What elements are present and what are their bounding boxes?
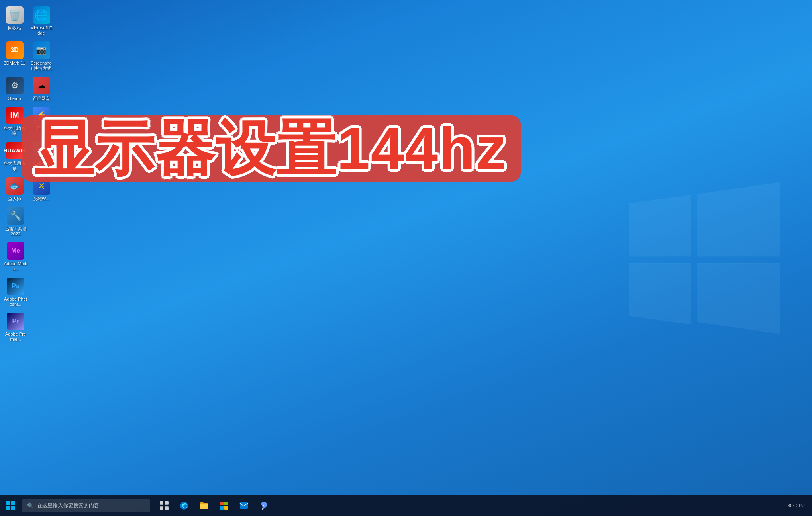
wow-label: 英雄W... (33, 196, 49, 201)
yudashi-icon: 🐟 (6, 177, 24, 195)
recycle-bin-label: 回收站 (8, 25, 21, 31)
icon-row-9: Pr Adobe Premie... (2, 310, 54, 344)
overlay-title-wrapper: 显示器设置144hz (22, 115, 521, 182)
icon-row-8: Ps Adobe Photoshi... (2, 275, 54, 309)
adobe-me-icon: Me (7, 242, 24, 260)
svg-point-8 (180, 502, 188, 510)
icon-baidu-netdisk[interactable]: ☁ 百度网盘 (29, 74, 54, 104)
taskbar-search-box[interactable]: 🔍 在这里输入你要搜索的内容 (22, 499, 150, 512)
adobe-ps-icon: Ps (7, 278, 24, 295)
store-icon (219, 501, 229, 510)
icon-row-7: Me Adobe Media... (2, 240, 54, 274)
start-button[interactable] (0, 495, 21, 516)
svg-rect-3 (11, 506, 15, 510)
windows-start-icon (6, 501, 15, 510)
taskbar-edge-button[interactable] (175, 495, 194, 516)
icon-microsoft-edge[interactable]: 🌐 Microsoft Edge (29, 4, 54, 38)
windows-logo-watermark (629, 182, 780, 334)
svg-rect-1 (11, 501, 15, 505)
icon-adobe-photoshop[interactable]: Ps Adobe Photoshi... (2, 275, 29, 309)
recycle-bin-icon: 🗑️ (6, 6, 24, 24)
desktop: 🗑️ 回收站 🌐 Microsoft Edge 3D 3DMark 11 📷 S… (0, 0, 812, 516)
toolbox-icon: 🔧 (7, 207, 24, 225)
adobe-ps-label: Adobe Photoshi... (4, 297, 27, 307)
adobe-pr-label: Adobe Premie... (4, 332, 27, 342)
taskbar-store-button[interactable] (214, 495, 233, 516)
svg-rect-12 (224, 506, 228, 510)
icon-adobe-media-encoder[interactable]: Me Adobe Media... (2, 240, 29, 274)
edge-label: Microsoft Edge (30, 25, 52, 36)
icon-adobe-premiere[interactable]: Pr Adobe Premie... (2, 310, 29, 344)
yudashi-label: 鱼大师 (8, 196, 21, 201)
taskbar-edge-icon (179, 501, 189, 510)
adobe-me-label: Adobe Media... (4, 261, 27, 272)
baidu-icon: ☁ (33, 77, 50, 94)
icon-row-2: ⚙ Steam ☁ 百度网盘 (2, 74, 54, 104)
search-placeholder-text: 在这里输入你要搜索的内容 (37, 502, 99, 509)
huawei-app-icon: HUAWEI (6, 142, 24, 159)
svg-rect-13 (240, 502, 248, 509)
taskbar-explorer-button[interactable] (194, 495, 214, 516)
steam-label: Steam (8, 96, 21, 101)
svg-rect-7 (165, 506, 169, 510)
icon-row-6: 🔧 迅雷工具箱2022 (2, 205, 54, 239)
adobe-pr-icon: Pr (7, 313, 24, 330)
icon-3dmark[interactable]: 3D 3DMark 11 (2, 39, 27, 73)
3dmark-label: 3DMark 11 (4, 61, 25, 66)
3dmark-icon: 3D (6, 41, 24, 59)
taskbar: 🔍 在这里输入你要搜索的内容 (0, 495, 812, 516)
taskbar-center-icons (155, 495, 273, 516)
task-view-button[interactable] (155, 495, 174, 516)
toolbox-label: 迅雷工具箱2022 (4, 226, 27, 236)
taskbar-mail-button[interactable] (234, 495, 253, 516)
cpu-indicator: 30° CPU (788, 503, 808, 508)
task-view-icon (159, 501, 169, 510)
svg-rect-2 (6, 506, 10, 510)
icon-yudashi[interactable]: 🐟 鱼大师 (2, 175, 27, 204)
icon-screenshot[interactable]: 📷 Screenshot 快捷方式 (29, 39, 54, 73)
mail-icon (239, 501, 249, 510)
svg-rect-11 (220, 506, 224, 510)
svg-rect-10 (224, 502, 228, 505)
folder-icon (199, 501, 209, 510)
icon-toolbox[interactable]: 🔧 迅雷工具箱2022 (2, 205, 29, 239)
huawei-pc-icon: IM (6, 107, 24, 124)
search-icon: 🔍 (27, 502, 34, 509)
svg-rect-4 (160, 501, 163, 505)
svg-rect-5 (165, 501, 169, 505)
edge-icon: 🌐 (33, 6, 50, 24)
svg-rect-6 (160, 506, 163, 510)
icon-row-1: 3D 3DMark 11 📷 Screenshot 快捷方式 (2, 39, 54, 73)
screenshot-label: Screenshot 快捷方式 (30, 61, 52, 71)
baidu-label: 百度网盘 (33, 96, 50, 101)
taskbar-right-area: 30° CPU (788, 503, 812, 508)
icon-row-0: 🗑️ 回收站 🌐 Microsoft Edge (2, 4, 54, 38)
overlay-title: 显示器设置144hz (34, 119, 507, 178)
taskbar-feather-button[interactable] (254, 495, 273, 516)
icon-recycle-bin[interactable]: 🗑️ 回收站 (2, 4, 27, 38)
steam-icon: ⚙ (6, 77, 24, 94)
svg-rect-9 (220, 502, 224, 505)
feather-icon (259, 501, 269, 510)
svg-rect-0 (6, 501, 10, 505)
icon-steam[interactable]: ⚙ Steam (2, 74, 27, 104)
screenshot-icon: 📷 (33, 41, 50, 59)
